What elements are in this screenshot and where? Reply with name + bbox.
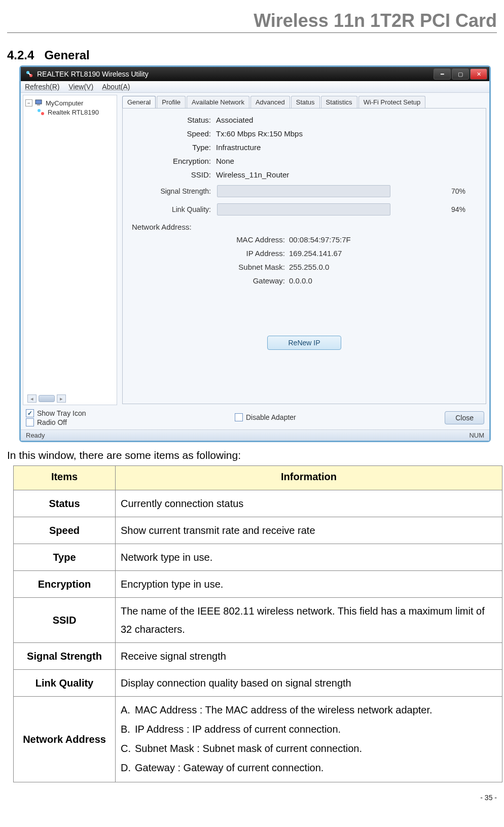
- tree-scrollbar[interactable]: ◂ ▸: [27, 394, 66, 403]
- label-encryption: Encryption:: [132, 157, 213, 165]
- page-header: Wireless 11n 1T2R PCI Card: [7, 10, 497, 33]
- menu-refresh[interactable]: Refresh(R): [25, 83, 59, 91]
- na-item-c: C.Subnet Mask : Subnet mask of current c…: [121, 739, 497, 758]
- tree-root-label: MyComputer: [46, 99, 83, 107]
- table-row: Encryption Encryption type in use.: [14, 571, 502, 598]
- check-icon: ✓: [26, 409, 34, 417]
- tab-available-network[interactable]: Available Network: [187, 96, 249, 108]
- tab-body: Status: Associated Speed: Tx:60 Mbps Rx:…: [122, 108, 486, 404]
- scroll-thumb[interactable]: [39, 395, 55, 402]
- table-row: SSID The name of the IEEE 802.11 wireles…: [14, 598, 502, 643]
- row-signal-strength-val: Receive signal strength: [116, 643, 502, 670]
- row-network-address-key: Network Address: [14, 697, 116, 782]
- scroll-right-icon[interactable]: ▸: [57, 394, 66, 403]
- row-network-address-val: A.MAC Address : The MAC address of the w…: [116, 697, 502, 782]
- close-button[interactable]: Close: [445, 411, 484, 424]
- table-row: Speed Show current transmit rate and rec…: [14, 517, 502, 544]
- label-link-quality: Link Quality:: [132, 205, 213, 213]
- tab-status[interactable]: Status: [291, 96, 320, 108]
- signal-strength-bar: [217, 185, 390, 197]
- row-encryption-val: Encryption type in use.: [116, 571, 502, 598]
- row-status-key: Status: [14, 490, 116, 517]
- table-row: Link Quality Display connection quality …: [14, 670, 502, 697]
- table-row: Network Address A.MAC Address : The MAC …: [14, 697, 502, 782]
- checkbox-radio-off-label: Radio Off: [37, 418, 67, 426]
- menubar: Refresh(R) View(V) About(A): [21, 81, 489, 93]
- renew-ip-button[interactable]: ReNew IP: [267, 336, 341, 350]
- label-type: Type:: [132, 143, 213, 152]
- row-ssid-key: SSID: [14, 598, 116, 643]
- tabs-bar: General Profile Available Network Advanc…: [122, 96, 486, 108]
- label-ssid: SSID:: [132, 170, 213, 179]
- unchecked-icon: [235, 413, 243, 421]
- statusbar: Ready NUM: [21, 429, 489, 441]
- statusbar-num: NUM: [469, 432, 484, 439]
- th-information: Information: [116, 466, 502, 490]
- label-signal-strength: Signal Strength:: [132, 187, 213, 195]
- tab-statistics[interactable]: Statistics: [321, 96, 357, 108]
- info-table: Items Information Status Currently conne…: [13, 465, 502, 782]
- row-status-val: Currently connection status: [116, 490, 502, 517]
- tree-root-row[interactable]: − MyComputer: [24, 98, 116, 107]
- value-gateway: 0.0.0.0: [289, 276, 477, 285]
- row-speed-key: Speed: [14, 517, 116, 544]
- value-status: Associated: [216, 116, 477, 124]
- table-row: Signal Strength Receive signal strength: [14, 643, 502, 670]
- section-number: 4.2.4: [7, 48, 34, 62]
- statusbar-ready: Ready: [26, 432, 45, 439]
- app-icon: [25, 69, 34, 79]
- tab-general[interactable]: General: [122, 96, 156, 108]
- adapter-icon: [37, 108, 46, 116]
- checkbox-disable-adapter[interactable]: Disable Adapter: [235, 413, 296, 421]
- row-speed-val: Show current transmit rate and receive r…: [116, 517, 502, 544]
- na-item-b: B.IP Address : IP address of current con…: [121, 720, 497, 738]
- signal-strength-value: 70%: [451, 187, 477, 195]
- label-status: Status:: [132, 116, 213, 124]
- th-items: Items: [14, 466, 116, 490]
- computer-icon: [34, 99, 44, 107]
- section-name: General: [44, 48, 89, 62]
- link-quality-value: 94%: [451, 205, 477, 213]
- tab-wifi-protect-setup[interactable]: Wi-Fi Protect Setup: [358, 96, 426, 108]
- window-minimize-button[interactable]: ━: [434, 68, 451, 80]
- window-title: REALTEK RTL8190 Wireless Utility: [37, 70, 149, 78]
- checkbox-radio-off[interactable]: Radio Off: [26, 418, 86, 426]
- na-item-a: A.MAC Address : The MAC address of the w…: [121, 701, 497, 719]
- scroll-left-icon[interactable]: ◂: [27, 394, 37, 403]
- label-ip: IP Address:: [177, 249, 289, 258]
- page-header-title: Wireless 11n 1T2R PCI Card: [7, 10, 497, 31]
- window-close-button[interactable]: ✕: [470, 68, 487, 80]
- value-type: Infrastructure: [216, 143, 477, 152]
- row-ssid-val: The name of the IEEE 802.11 wireless net…: [116, 598, 502, 643]
- checkbox-disable-adapter-label: Disable Adapter: [246, 413, 296, 421]
- table-header-row: Items Information: [14, 466, 502, 490]
- tree-sub-row[interactable]: Realtek RTL8190: [35, 107, 116, 117]
- row-encryption-key: Encryption: [14, 571, 116, 598]
- tree-collapse-icon[interactable]: −: [25, 99, 32, 106]
- checkbox-show-tray-icon-label: Show Tray Icon: [37, 409, 86, 417]
- tab-advanced[interactable]: Advanced: [250, 96, 290, 108]
- row-link-quality-val: Display connection quality based on sign…: [116, 670, 502, 697]
- options-bar: ✓ Show Tray Icon Radio Off Disable Adapt…: [21, 407, 489, 429]
- label-gateway: Gateway:: [177, 276, 289, 285]
- value-ssid: Wireless_11n_Router: [216, 170, 477, 179]
- label-mac: MAC Address:: [177, 235, 289, 244]
- svg-point-5: [41, 112, 44, 115]
- row-type-key: Type: [14, 544, 116, 571]
- tree-sub-label: Realtek RTL8190: [48, 109, 99, 116]
- label-mask: Subnet Mask:: [177, 263, 289, 271]
- tab-profile[interactable]: Profile: [157, 96, 186, 108]
- row-link-quality-key: Link Quality: [14, 670, 116, 697]
- menu-about[interactable]: About(A): [102, 83, 130, 91]
- menu-view[interactable]: View(V): [68, 83, 93, 91]
- table-row: Type Network type in use.: [14, 544, 502, 571]
- na-item-d: D.Gateway : Gateway of current connectio…: [121, 759, 497, 777]
- device-tree[interactable]: − MyComputer Realtek RTL8190 ◂ ▸: [23, 95, 117, 405]
- screenshot-window: REALTEK RTL8190 Wireless Utility ━ ▢ ✕ R…: [19, 65, 491, 442]
- link-quality-bar: [217, 203, 390, 215]
- checkbox-show-tray-icon[interactable]: ✓ Show Tray Icon: [26, 409, 86, 417]
- window-titlebar[interactable]: REALTEK RTL8190 Wireless Utility ━ ▢ ✕: [21, 67, 489, 81]
- value-mac: 00:08:54:97:75:7F: [289, 235, 477, 244]
- unchecked-icon: [26, 418, 34, 426]
- window-maximize-button[interactable]: ▢: [452, 68, 469, 80]
